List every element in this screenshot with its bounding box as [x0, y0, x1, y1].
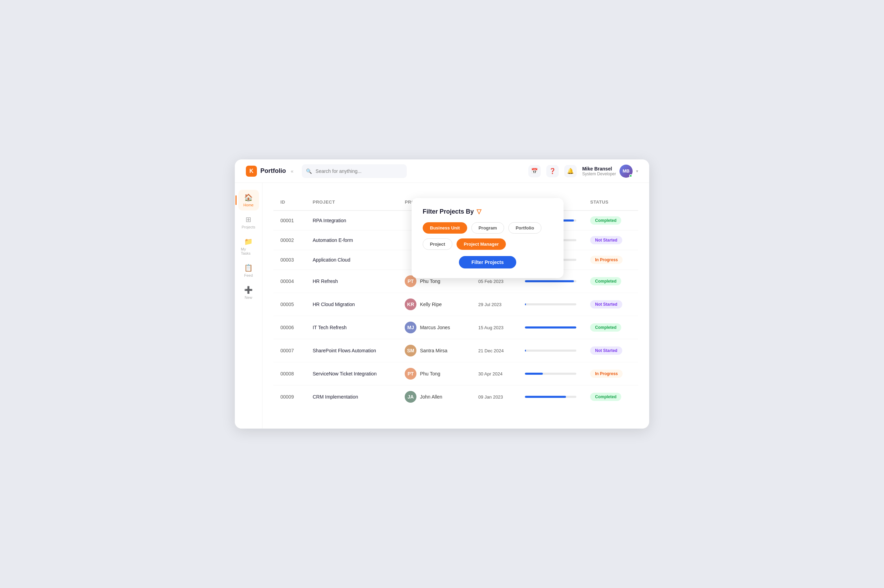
cell-duedate: 15 Aug 2023	[471, 316, 518, 339]
mytasks-icon: 📁	[244, 237, 253, 246]
cell-id: 00004	[274, 270, 305, 293]
logo-icon: K	[246, 166, 257, 177]
col-id: ID	[274, 194, 305, 210]
status-badge: Not Started	[590, 346, 622, 355]
cell-pm: JA John Allen	[398, 386, 471, 409]
sidebar-label-mytasks: My Tasks	[241, 247, 256, 255]
filter-overlay: Filter Projects By ▽ Business Unit Progr…	[412, 198, 564, 278]
cell-duedate: 29 Jul 2023	[471, 293, 518, 316]
cell-id: 00007	[274, 339, 305, 362]
sidebar-label-home: Home	[244, 203, 254, 207]
sidebar: 🏠 Home ⊞ Projects 📁 My Tasks 📋 Feed ➕ Ne…	[235, 183, 262, 429]
progress-bar-fill	[525, 280, 574, 282]
user-area[interactable]: Mike Bransel System Developer MB ▾	[582, 165, 638, 178]
cell-progress	[518, 386, 583, 409]
cell-project: Automation E-form	[305, 231, 398, 250]
pm-name: Phu Tong	[420, 279, 440, 284]
cell-id: 00009	[274, 386, 305, 409]
help-button[interactable]: ❓	[546, 165, 559, 177]
sidebar-label-projects: Projects	[242, 225, 256, 229]
online-dot	[629, 174, 632, 177]
search-bar: 🔍	[302, 164, 407, 178]
cell-id: 00005	[274, 293, 305, 316]
table-row: 00009 CRM Implementation JA John Allen 0…	[274, 386, 638, 409]
cell-project: CRM Implementation	[305, 386, 398, 409]
status-badge: Completed	[590, 393, 621, 401]
table-row: 00006 IT Tech Refresh MJ Marcus Jones 15…	[274, 316, 638, 339]
cell-project: ServiceNow Ticket Integration	[305, 362, 398, 386]
status-badge: Not Started	[590, 300, 622, 309]
cell-project: RPA Integration	[305, 210, 398, 231]
cell-project: HR Cloud Migration	[305, 293, 398, 316]
pm-avatar: KR	[405, 298, 416, 310]
table-wrap: ID Project Project Manager Due Date Prog…	[274, 194, 638, 408]
sidebar-item-home[interactable]: 🏠 Home	[238, 190, 259, 210]
filter-chips-row1: Business Unit Program Portfolio	[422, 222, 552, 234]
cell-pm: KR Kelly Ripe	[398, 293, 471, 316]
table-row: 00007 SharePoint Flows Automation SM San…	[274, 339, 638, 362]
content: ID Project Project Manager Due Date Prog…	[262, 183, 649, 429]
cell-status: Not Started	[583, 293, 638, 316]
cell-project: SharePoint Flows Automation	[305, 339, 398, 362]
header: K Portfolio « 🔍 📅 ❓ 🔔 Mike Bransel Syste…	[235, 159, 649, 183]
sidebar-item-projects[interactable]: ⊞ Projects	[238, 212, 259, 232]
cell-duedate: 21 Dec 2024	[471, 339, 518, 362]
chip-project-manager[interactable]: Project Manager	[457, 238, 506, 250]
progress-bar-bg	[525, 280, 577, 282]
chip-program[interactable]: Program	[471, 222, 504, 234]
user-info: Mike Bransel System Developer	[582, 166, 616, 176]
filter-title: Filter Projects By ▽	[422, 208, 552, 215]
pm-avatar: MJ	[405, 322, 416, 333]
chevron-down-icon: ▾	[636, 169, 638, 174]
pm-name: Marcus Jones	[420, 325, 450, 330]
cell-status: Completed	[583, 386, 638, 409]
sidebar-item-mytasks[interactable]: 📁 My Tasks	[238, 234, 259, 259]
cell-progress	[518, 362, 583, 386]
status-badge: In Progress	[590, 256, 622, 264]
cell-progress	[518, 316, 583, 339]
user-role: System Developer	[582, 171, 616, 176]
cell-progress	[518, 293, 583, 316]
cell-id: 00008	[274, 362, 305, 386]
cell-project: IT Tech Refresh	[305, 316, 398, 339]
cell-status: Not Started	[583, 339, 638, 362]
status-badge: Completed	[590, 277, 621, 285]
cell-pm: SM Santra Mirsa	[398, 339, 471, 362]
status-badge: In Progress	[590, 370, 622, 378]
new-icon: ➕	[244, 286, 253, 294]
cell-id: 00002	[274, 231, 305, 250]
sidebar-label-new: New	[245, 296, 252, 300]
sidebar-item-feed[interactable]: 📋 Feed	[238, 260, 259, 281]
search-input[interactable]	[302, 164, 407, 178]
logo-area: K Portfolio «	[246, 166, 293, 177]
filter-chips-row2: Project Project Manager	[422, 238, 552, 250]
sidebar-item-new[interactable]: ➕ New	[238, 282, 259, 303]
cell-status: In Progress	[583, 250, 638, 270]
cell-status: Completed	[583, 210, 638, 231]
pm-name: Kelly Ripe	[420, 302, 442, 307]
chip-project[interactable]: Project	[422, 238, 453, 250]
chip-portfolio[interactable]: Portfolio	[508, 222, 541, 234]
pm-name: John Allen	[420, 394, 442, 400]
status-badge: Completed	[590, 323, 621, 332]
pm-avatar: SM	[405, 345, 416, 357]
cell-status: Not Started	[583, 231, 638, 250]
app-title: Portfolio	[260, 167, 286, 175]
cell-status: Completed	[583, 270, 638, 293]
main-layout: 🏠 Home ⊞ Projects 📁 My Tasks 📋 Feed ➕ Ne…	[235, 183, 649, 429]
pm-name: Phu Tong	[420, 371, 440, 376]
filter-projects-button[interactable]: Filter Projects	[459, 256, 516, 268]
notifications-button[interactable]: 🔔	[564, 165, 577, 177]
progress-bar-fill	[525, 326, 577, 328]
chip-business-unit[interactable]: Business Unit	[422, 222, 467, 234]
cell-project: Application Cloud	[305, 250, 398, 270]
header-actions: 📅 ❓ 🔔 Mike Bransel System Developer MB ▾	[528, 165, 638, 178]
sidebar-label-feed: Feed	[244, 273, 253, 278]
progress-bar-bg	[525, 373, 577, 375]
progress-bar-bg	[525, 396, 577, 398]
calendar-button[interactable]: 📅	[528, 165, 541, 177]
collapse-button[interactable]: «	[291, 168, 293, 174]
projects-icon: ⊞	[245, 215, 251, 224]
progress-bar-bg	[525, 326, 577, 328]
search-icon: 🔍	[306, 168, 312, 174]
